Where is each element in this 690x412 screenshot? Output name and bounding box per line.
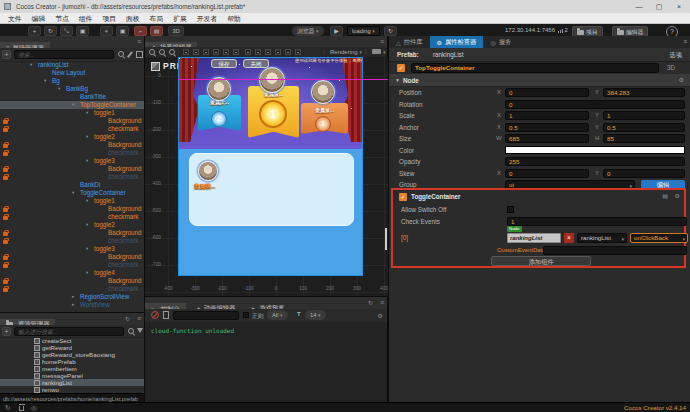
tree-row[interactable]: ▾BankBg (0, 85, 144, 93)
maximize-button[interactable]: ▢ (652, 1, 666, 12)
prefab-options-link[interactable]: 选项 (669, 51, 682, 60)
scene-canvas[interactable]: PREFAB 使用试玩账号登录平台体验，免费领取绑定话费 保存 关闭 隶属庆..… (145, 57, 388, 296)
remove-target-button[interactable]: × (564, 233, 574, 243)
panel-menu-icon[interactable]: ≡ (380, 299, 384, 306)
tree-row[interactable]: ▾toggle1 (0, 197, 144, 205)
align-icon[interactable] (213, 49, 219, 55)
check-events-count-field[interactable]: 1 (507, 217, 687, 226)
lock-icon[interactable] (3, 216, 8, 220)
font-size-dropdown[interactable]: 14 ▾ (305, 310, 326, 320)
lock-icon[interactable] (3, 144, 8, 148)
camera-icon[interactable] (372, 49, 381, 54)
local-coord-button[interactable]: ⌐ (134, 26, 147, 36)
tree-row[interactable]: Background (0, 141, 144, 149)
position-y-field[interactable]: 384.283 (603, 88, 685, 97)
tree-row[interactable]: New Layout (0, 69, 144, 77)
tree-row[interactable]: ▸WorldView (0, 301, 144, 309)
tree-row[interactable]: BankDi (0, 181, 144, 189)
trash-icon[interactable] (19, 406, 24, 411)
asset-item[interactable]: getReward (0, 344, 144, 351)
collapse-arrow-icon[interactable]: ▼ (395, 77, 400, 83)
save-button[interactable]: 保存 (211, 59, 237, 68)
expand-icon[interactable]: ▾ (86, 157, 88, 165)
distribute-icon[interactable] (295, 49, 301, 55)
asset-item[interactable]: createSect (0, 337, 144, 344)
align-icon[interactable] (203, 49, 209, 55)
expand-icon[interactable]: ▾ (86, 221, 88, 229)
expand-icon[interactable]: ▾ (72, 101, 74, 109)
lock-icon[interactable] (3, 208, 8, 212)
zoom-in-icon[interactable] (149, 49, 156, 56)
tree-row[interactable]: Background (0, 277, 144, 285)
lock-icon[interactable] (3, 280, 8, 284)
gear-icon[interactable]: ⚙ (675, 192, 680, 199)
menu-item[interactable]: 扩展 (168, 13, 192, 24)
collapse-log-icon[interactable] (163, 311, 169, 319)
menu-item[interactable]: 文件 (3, 13, 27, 24)
skew-y-field[interactable]: 0 (603, 169, 685, 178)
asset-item[interactable]: messagePanel (0, 372, 144, 379)
widget-library-tab[interactable]: △控件库 (389, 36, 430, 48)
anchor-x-field[interactable]: 0.5 (505, 123, 589, 132)
tree-row[interactable]: ▸RegionScrollView (0, 293, 144, 301)
tree-row[interactable]: ▾rankingList (0, 61, 144, 69)
expand-icon[interactable]: ▾ (44, 77, 46, 85)
search-icon[interactable] (118, 51, 125, 58)
search-icon[interactable] (128, 328, 135, 335)
asset-item[interactable]: homePrefab (0, 358, 144, 365)
expand-icon[interactable]: ▾ (86, 197, 88, 205)
lock-icon[interactable] (3, 176, 8, 180)
edit-icon[interactable] (127, 51, 133, 57)
scale-tool-button[interactable]: ⤡ (60, 26, 73, 36)
align-icon[interactable] (193, 49, 199, 55)
move-tool-button[interactable]: + (28, 26, 41, 36)
menu-item[interactable]: 开发者 (192, 13, 222, 24)
hierarchy-search-input[interactable] (14, 50, 114, 59)
tree-row[interactable]: Background (0, 117, 144, 125)
create-asset-button[interactable]: + (2, 327, 11, 336)
preview-target-dropdown[interactable]: 浏览器 ▾ (292, 26, 324, 36)
distribute-icon[interactable] (275, 49, 281, 55)
record-icon[interactable]: ◎ (31, 404, 37, 412)
lock-icon[interactable] (3, 256, 8, 260)
size-w-field[interactable]: 685 (505, 134, 589, 143)
close-button[interactable]: × (672, 1, 686, 12)
skew-x-field[interactable]: 0 (505, 169, 589, 178)
minimize-button[interactable]: — (632, 1, 646, 12)
tree-row[interactable]: BankTitle (0, 93, 144, 101)
lock-icon[interactable] (3, 240, 8, 244)
align-icon[interactable] (183, 49, 189, 55)
lock-icon[interactable] (3, 232, 8, 236)
rendering-dropdown[interactable]: Rendering ▾ (330, 49, 362, 55)
play-button[interactable]: ▶ (330, 26, 343, 36)
menu-item[interactable]: 项目 (97, 13, 121, 24)
panel-menu-icon[interactable]: ≡ (683, 38, 687, 45)
rotation-field[interactable]: 0 (505, 100, 685, 109)
tree-row[interactable]: checkmark (0, 125, 144, 133)
scene-scrollbar[interactable] (385, 228, 387, 250)
tree-row[interactable]: Background (0, 229, 144, 237)
node-section-header[interactable]: ▼ Node ⚙ (389, 74, 690, 87)
world-coord-button[interactable]: ▤ (150, 26, 163, 36)
expand-icon[interactable]: ▸ (72, 293, 74, 301)
refresh-icon[interactable]: ↻ (368, 299, 373, 306)
menu-item[interactable]: 节点 (50, 13, 74, 24)
distribute-icon[interactable] (255, 49, 261, 55)
expand-icon[interactable]: ▾ (58, 85, 60, 93)
opacity-field[interactable]: 255 (505, 157, 685, 166)
inspector-tab[interactable]: ⚙属性检查器 (430, 36, 484, 48)
tree-row[interactable]: ▾toggle4 (0, 269, 144, 277)
size-h-field[interactable]: 85 (603, 134, 685, 143)
create-node-button[interactable]: + (2, 50, 11, 59)
tree-row[interactable]: ▾toggle3 (0, 157, 144, 165)
services-tab[interactable]: ◎服务 (483, 36, 518, 48)
align-icon[interactable] (223, 49, 229, 55)
node-active-checkbox[interactable]: ✓ (397, 64, 405, 72)
asset-item[interactable]: rankingList (0, 379, 144, 386)
asset-item[interactable]: renwu (0, 386, 144, 393)
allow-switch-off-checkbox[interactable] (507, 206, 514, 213)
tree-row[interactable]: ▾toggle1 (0, 109, 144, 117)
tree-row[interactable]: ▾toggle2 (0, 221, 144, 229)
scale-y-field[interactable]: 1 (603, 111, 685, 120)
zoom-reset-icon[interactable] (169, 49, 176, 56)
